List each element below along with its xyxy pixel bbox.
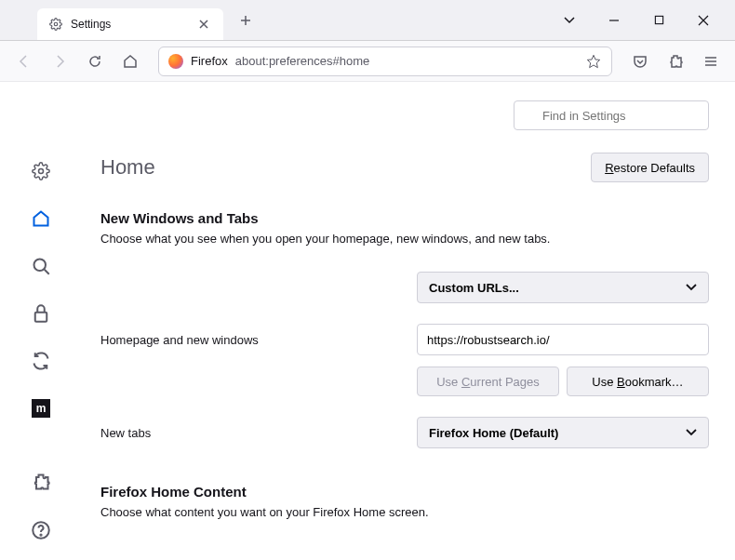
section-desc-new-windows: Choose what you see when you open your h… (100, 232, 709, 246)
tab-title: Settings (71, 18, 111, 31)
sidebar-item-sync[interactable] (30, 350, 52, 371)
settings-sidebar: m (0, 82, 82, 560)
find-in-settings-input[interactable] (514, 100, 709, 130)
sidebar-item-general[interactable] (30, 161, 52, 182)
new-tabs-label: New tabs (100, 426, 417, 440)
svg-rect-5 (35, 313, 47, 322)
svg-point-4 (34, 260, 47, 272)
svg-rect-1 (655, 16, 662, 23)
bookmark-star-icon[interactable] (585, 54, 602, 69)
extensions-button[interactable] (661, 47, 690, 76)
urlbar-url: about:preferences#home (235, 54, 370, 68)
forward-button[interactable] (45, 47, 74, 76)
back-button[interactable] (9, 47, 39, 76)
svg-point-7 (40, 534, 41, 535)
gear-icon (48, 17, 63, 32)
use-bookmark-button[interactable]: Use Bookmark… (567, 367, 709, 396)
tabs-dropdown-button[interactable] (556, 7, 582, 33)
svg-point-3 (39, 169, 44, 174)
close-window-button[interactable] (690, 7, 716, 33)
home-button[interactable] (115, 47, 145, 76)
sidebar-item-help[interactable] (30, 519, 52, 541)
pocket-button[interactable] (625, 47, 655, 76)
homepage-select-value: Custom URLs... (429, 281, 519, 295)
close-tab-button[interactable] (195, 16, 212, 33)
sidebar-item-home[interactable] (30, 208, 52, 230)
firefox-logo-icon (168, 54, 183, 69)
section-title-new-windows: New Windows and Tabs (100, 210, 709, 226)
maximize-button[interactable] (646, 7, 672, 33)
url-bar[interactable]: Firefox about:preferences#home (158, 47, 612, 76)
browser-tab[interactable]: Settings (37, 8, 223, 40)
chevron-down-icon (686, 284, 697, 291)
new-tabs-select[interactable]: Firefox Home (Default) (417, 417, 709, 448)
sidebar-item-more[interactable]: m (30, 397, 52, 419)
homepage-label: Homepage and new windows (100, 333, 417, 347)
new-tab-button[interactable] (233, 7, 259, 33)
page-title: Home (100, 155, 155, 180)
chevron-down-icon (686, 429, 697, 436)
section-desc-home-content: Choose what content you want on your Fir… (100, 505, 709, 519)
new-tabs-select-value: Firefox Home (Default) (429, 426, 558, 440)
urlbar-label: Firefox (191, 54, 228, 68)
homepage-url-input[interactable] (417, 324, 709, 355)
menu-button[interactable] (696, 47, 726, 76)
svg-marker-2 (587, 55, 599, 67)
section-title-home-content: Firefox Home Content (100, 484, 709, 500)
m-icon: m (32, 399, 50, 418)
svg-point-0 (54, 22, 58, 26)
sidebar-item-privacy[interactable] (30, 302, 52, 324)
use-current-pages-button[interactable]: Use Current Pages (417, 367, 559, 396)
homepage-mode-select[interactable]: Custom URLs... (417, 272, 709, 303)
restore-defaults-button[interactable]: Restore Defaults (591, 153, 709, 182)
sidebar-item-extensions[interactable] (30, 471, 52, 493)
reload-button[interactable] (80, 47, 110, 76)
minimize-button[interactable] (601, 7, 627, 33)
sidebar-item-search[interactable] (30, 256, 52, 277)
